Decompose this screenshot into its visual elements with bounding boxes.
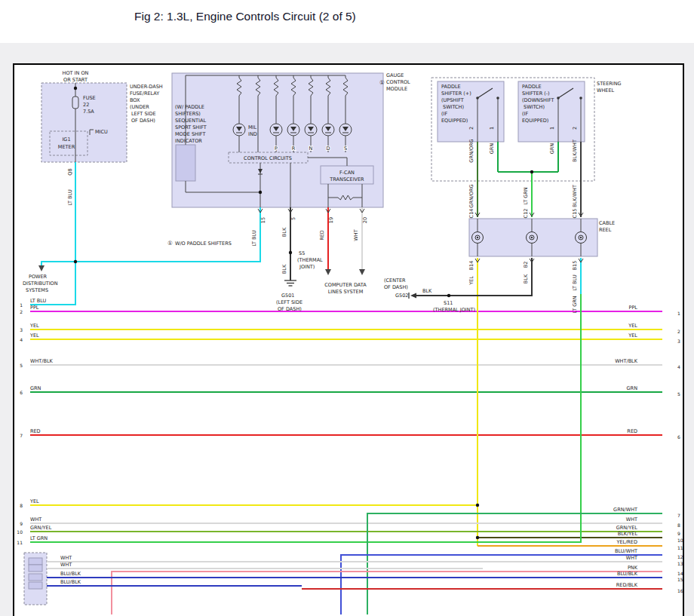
label-blk-yel: BLK/YEL: [618, 531, 638, 537]
label-9: 9: [20, 521, 23, 526]
label-1: 1: [549, 127, 555, 130]
label-12: 12: [677, 554, 683, 559]
label-2: 2: [468, 127, 474, 130]
label-thermal: (THERMAL: [297, 257, 323, 263]
switch-terminal: [557, 97, 560, 100]
label-lt-blu: LT BLU: [30, 298, 47, 304]
label-grn-org: GRN/ORG: [468, 139, 474, 162]
label-ig1: IG1: [62, 136, 70, 143]
label-fuse-relay: FUSE/RELAY: [130, 90, 159, 97]
label-: ①: [379, 79, 385, 86]
label-2: 2: [572, 127, 578, 130]
label-red: RED: [627, 428, 637, 434]
label-b14: B14: [468, 261, 474, 271]
bottom-connector-pin2: [29, 565, 42, 572]
label-1: 1: [677, 311, 680, 316]
label-module: MODULE: [386, 86, 407, 92]
junction-dot: [530, 170, 533, 173]
label-steering: STEERING: [597, 81, 622, 87]
label-reel: REEL: [599, 227, 612, 233]
label-b15: B15: [572, 261, 578, 271]
label-cable: CABLE: [599, 220, 615, 226]
label-equipped: EQUIPPED): [441, 118, 468, 124]
label-lt-blu: LT BLU: [67, 189, 73, 206]
label-meter: METER: [58, 144, 75, 150]
label-p: P: [275, 146, 278, 152]
label-yel: YEL: [628, 333, 637, 339]
label-w-paddle: (W/ PADDLE: [175, 104, 204, 110]
label-center: (CENTER: [384, 277, 406, 283]
cable-reel-coil-icon: [531, 237, 533, 238]
label-blk: BLK: [523, 274, 529, 283]
label-paddle: PADDLE: [441, 84, 461, 90]
label-n: N: [309, 146, 313, 152]
label-if: (IF: [441, 111, 447, 117]
label-systems: SYSTEMS: [26, 287, 48, 293]
label-: ①: [167, 240, 173, 247]
label-wht: WHT: [353, 229, 359, 241]
label-blu-blk: BLU/BLK: [60, 579, 81, 585]
label-of-dash: OF DASH): [278, 306, 302, 312]
label-upshift: (UPSHIFT: [441, 97, 464, 103]
wiring-diagram: HOT IN ONOR STARTFUSE227.5AMICUIG1METERU…: [0, 0, 694, 616]
label-left-side: (LEFT SIDE: [276, 299, 302, 305]
label-wht: WHT: [626, 555, 637, 561]
label-15: 15: [677, 577, 683, 582]
label-grn: GRN: [549, 143, 555, 155]
junction-dot: [476, 536, 479, 539]
label-red-blk: RED/BLK: [616, 582, 638, 588]
label-grn-wht: GRN/WHT: [613, 507, 637, 513]
switch-terminal: [579, 97, 582, 100]
label-control: CONTROL: [386, 79, 410, 85]
label-wht: WHT: [60, 555, 72, 561]
label-transceiver: TRANSCEIVER: [329, 176, 364, 182]
label-6: 6: [677, 434, 680, 440]
label-distribution: DISTRIBUTION: [23, 280, 58, 287]
label-10: 10: [17, 529, 23, 535]
switch-terminal: [496, 97, 499, 100]
label-5: 5: [20, 363, 23, 368]
label-s5: S5: [299, 250, 305, 256]
label-fuse: FUSE: [83, 95, 96, 101]
label-ppl: PPL: [629, 305, 638, 311]
label-blk: BLK: [281, 264, 287, 274]
label-2: 2: [20, 309, 23, 314]
label-if: (IF: [522, 111, 528, 117]
label-lt-blu: LT BLU: [572, 274, 578, 291]
label-16: 16: [677, 588, 683, 593]
label-blk: BLK: [281, 227, 287, 237]
label-thermal-joint: (THERMAL JOINT): [433, 307, 475, 313]
label-box: BOX: [130, 97, 140, 103]
label-11: 11: [17, 540, 23, 545]
label-mode-shift: MODE SHIFT: [175, 131, 205, 137]
label-control-circuits: CONTROL CIRCUITS: [244, 155, 292, 161]
cable-reel-coil-icon: [477, 237, 478, 238]
label-micu: MICU: [95, 129, 108, 135]
label-s: S: [344, 146, 347, 152]
label-wheel: WHEEL: [597, 87, 615, 93]
label-or-start: OR START: [63, 77, 88, 83]
label-grn-org: GRN/ORG: [468, 184, 474, 207]
label-5: 5: [290, 217, 296, 220]
label-of-dash: OF DASH): [131, 118, 155, 124]
label-left-side: LEFT SIDE: [131, 111, 156, 117]
label-c12: C12: [523, 209, 529, 219]
label-yel: YEL: [628, 323, 637, 329]
label-s11: S11: [444, 300, 453, 306]
label-11: 11: [677, 545, 683, 550]
label-computer-data: COMPUTER DATA: [324, 282, 367, 288]
label-mil: MIL: [248, 124, 257, 130]
label-20: 20: [362, 217, 368, 223]
junction-dot: [74, 87, 77, 90]
label-red: RED: [319, 230, 325, 241]
label-5: 5: [677, 391, 680, 397]
label-indicator: INDICATOR: [175, 138, 202, 144]
label-joint: JOINT): [299, 264, 315, 270]
label-1: 1: [489, 127, 495, 130]
label-grn: GRN: [30, 385, 41, 391]
label-blu-blk: BLU/BLK: [617, 571, 638, 577]
label-f-can: F-CAN: [339, 170, 355, 176]
label-8: 8: [677, 523, 680, 528]
label-sequential: SEQUENTIAL: [175, 118, 206, 124]
label-gauge: GAUGE: [386, 72, 404, 78]
